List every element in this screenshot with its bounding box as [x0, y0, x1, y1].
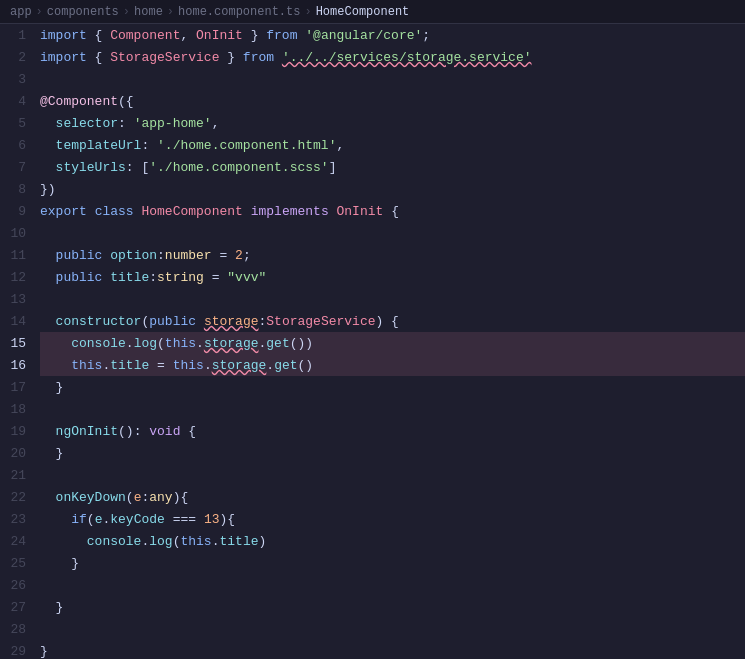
token	[102, 270, 110, 285]
breadcrumb-file: home.component.ts	[178, 5, 300, 19]
token: public	[56, 248, 103, 263]
token: ,	[336, 138, 344, 153]
token: ) {	[376, 314, 399, 329]
token: export	[40, 204, 87, 219]
token: {	[383, 204, 399, 219]
token: (	[87, 512, 95, 527]
token: )	[259, 534, 267, 549]
line-number-28: 28	[6, 618, 26, 640]
line-number-9: 9	[6, 200, 26, 222]
token: ;	[422, 28, 430, 43]
token: })	[40, 182, 56, 197]
line-number-10: 10	[6, 222, 26, 244]
code-line-3	[40, 68, 745, 90]
token: 'app-home'	[134, 116, 212, 131]
token	[40, 336, 71, 351]
token: get	[274, 358, 297, 373]
token: ]	[329, 160, 337, 175]
token: constructor	[56, 314, 142, 329]
token: styleUrls	[56, 160, 126, 175]
code-line-11: public option:number = 2;	[40, 244, 745, 266]
token: .	[102, 358, 110, 373]
token: console	[71, 336, 126, 351]
token: implements	[251, 204, 329, 219]
token	[40, 138, 56, 153]
token: =	[204, 270, 227, 285]
token	[297, 28, 305, 43]
token: OnInit	[196, 28, 243, 43]
token: this	[165, 336, 196, 351]
code-line-15: console.log(this.storage.get())	[40, 332, 745, 354]
token: storage	[212, 358, 267, 373]
token: '../../services/storage.service'	[282, 50, 532, 65]
token	[329, 204, 337, 219]
token	[134, 204, 142, 219]
sep1: ›	[36, 5, 43, 19]
token: option	[110, 248, 157, 263]
token: ({	[118, 94, 134, 109]
token: ===	[165, 512, 204, 527]
token	[40, 358, 71, 373]
code-line-4: @Component({	[40, 90, 745, 112]
token: e	[95, 512, 103, 527]
token: {	[87, 50, 110, 65]
line-number-8: 8	[6, 178, 26, 200]
line-number-26: 26	[6, 574, 26, 596]
token: .	[126, 336, 134, 351]
code-line-14: constructor(public storage:StorageServic…	[40, 310, 745, 332]
token: :	[118, 116, 134, 131]
line-number-2: 2	[6, 46, 26, 68]
token: .	[212, 534, 220, 549]
code-line-6: templateUrl: './home.component.html',	[40, 134, 745, 156]
token: .	[259, 336, 267, 351]
line-number-29: 29	[6, 640, 26, 659]
token: (	[157, 336, 165, 351]
token: @Component	[40, 94, 118, 109]
token: "vvv"	[227, 270, 266, 285]
code-line-13	[40, 288, 745, 310]
code-line-18	[40, 398, 745, 420]
code-line-5: selector: 'app-home',	[40, 112, 745, 134]
line-number-3: 3	[6, 68, 26, 90]
token: string	[157, 270, 204, 285]
token: title	[110, 358, 149, 373]
breadcrumb-home: home	[134, 5, 163, 19]
line-number-7: 7	[6, 156, 26, 178]
token: (	[126, 490, 134, 505]
token	[40, 116, 56, 131]
token: keyCode	[110, 512, 165, 527]
line-number-11: 11	[6, 244, 26, 266]
code-line-21	[40, 464, 745, 486]
token: get	[266, 336, 289, 351]
editor: 1234567891011121314151617181920212223242…	[0, 24, 745, 659]
token: :	[141, 138, 157, 153]
token: :	[141, 490, 149, 505]
token	[274, 50, 282, 65]
breadcrumb-bar: app › components › home › home.component…	[0, 0, 745, 24]
token: .	[141, 534, 149, 549]
code-line-23: if(e.keyCode === 13){	[40, 508, 745, 530]
token	[87, 204, 95, 219]
line-number-14: 14	[6, 310, 26, 332]
token: }	[40, 644, 48, 659]
code-line-8: })	[40, 178, 745, 200]
token: public	[149, 314, 196, 329]
token: {	[180, 424, 196, 439]
sep3: ›	[167, 5, 174, 19]
token	[40, 270, 56, 285]
line-number-24: 24	[6, 530, 26, 552]
token: templateUrl	[56, 138, 142, 153]
token: }	[219, 50, 242, 65]
token: }	[40, 446, 63, 461]
token: .	[196, 336, 204, 351]
code-area[interactable]: import { Component, OnInit } from '@angu…	[36, 24, 745, 659]
token: }	[40, 556, 79, 571]
token: onKeyDown	[56, 490, 126, 505]
token: log	[134, 336, 157, 351]
sep4: ›	[304, 5, 311, 19]
token: }	[243, 28, 266, 43]
token: StorageService	[266, 314, 375, 329]
token: StorageService	[110, 50, 219, 65]
token: ){	[173, 490, 189, 505]
token: .	[266, 358, 274, 373]
